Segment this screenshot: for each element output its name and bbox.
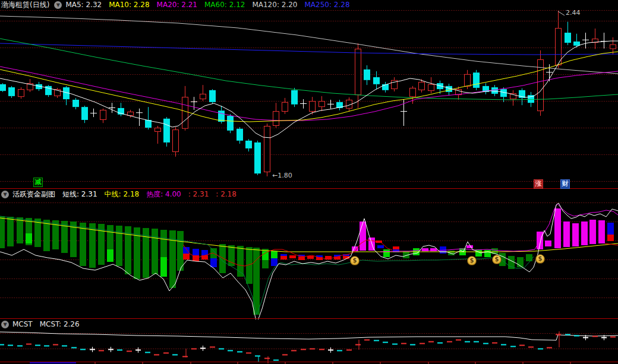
legend-item: : 2.18 — [216, 189, 237, 200]
legend-item: MA5: 2.32 — [65, 0, 102, 10]
indicator-panel-header: ▼ 活跃资金副图短线: 2.31中线: 2.18热度: 4.00: 2.31: … — [0, 189, 618, 200]
legend-item: 活跃资金副图 — [12, 189, 55, 200]
legend-item: MCST: 2.26 — [40, 319, 80, 330]
legend-item: MA250: 2.28 — [304, 0, 349, 10]
legend-item: MA60: 2.12 — [204, 0, 245, 10]
legend-item: 热度: 4.00 — [146, 189, 181, 200]
mcst-panel[interactable] — [0, 331, 618, 364]
stock-terminal-app: 渤海租赁(日线) ▼ MA5: 2.32MA10: 2.28MA20: 2.21… — [0, 0, 618, 364]
money-bag-icon: $ — [467, 256, 477, 265]
legend-item: MA10: 2.28 — [109, 0, 149, 10]
chevron-down-icon[interactable]: ▼ — [1, 321, 9, 328]
legend-item: MCST — [12, 319, 33, 330]
marker-badge: 涨 — [534, 179, 543, 189]
money-bag-icon: $ — [350, 256, 360, 265]
legend-item: MA20: 2.21 — [157, 0, 197, 10]
legend-item: 中线: 2.18 — [105, 189, 140, 200]
indicator-legend: 活跃资金副图短线: 2.31中线: 2.18热度: 4.00: 2.31: 2.… — [12, 189, 240, 200]
chevron-down-icon[interactable]: ▼ — [1, 191, 9, 198]
legend-item: 短线: 2.31 — [62, 189, 97, 200]
candlestick-panel[interactable] — [0, 11, 618, 182]
low-price-annotation: ←1.80 — [272, 172, 292, 179]
stock-title: 渤海租赁(日线) — [1, 0, 49, 10]
mcst-panel-header: ▼ MCSTMCST: 2.26 — [0, 319, 618, 329]
ma-legend: MA5: 2.32MA10: 2.28MA20: 2.21MA60: 2.12M… — [65, 0, 353, 10]
money-bag-icon: $ — [535, 254, 545, 264]
marker-badge: 减 — [33, 178, 43, 187]
chart-canvas[interactable] — [0, 0, 618, 364]
money-bag-icon: $ — [492, 255, 502, 264]
marker-badge: 财 — [560, 179, 570, 189]
indicator-panel[interactable] — [0, 203, 618, 324]
mcst-legend: MCSTMCST: 2.26 — [12, 319, 83, 330]
main-chart-header: 渤海租赁(日线) ▼ MA5: 2.32MA10: 2.28MA20: 2.21… — [0, 0, 618, 10]
legend-item: : 2.31 — [188, 189, 209, 200]
legend-item: MA120: 2.20 — [252, 0, 297, 10]
chevron-down-icon[interactable]: ▼ — [54, 1, 62, 9]
